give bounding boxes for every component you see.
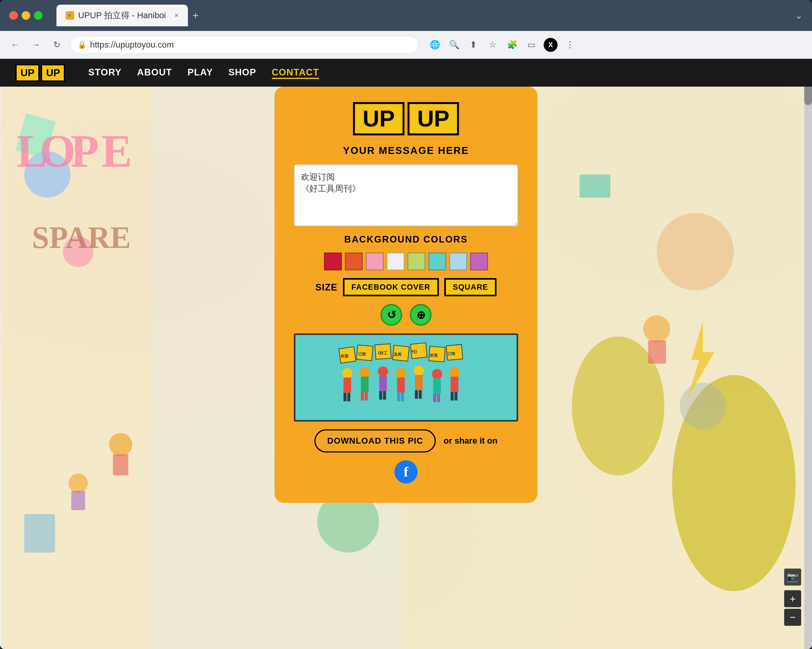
color-swatch-purple[interactable] — [470, 253, 488, 270]
svg-text:《好工: 《好工 — [376, 351, 387, 355]
color-swatches — [324, 253, 488, 270]
svg-text:SPARE: SPARE — [32, 220, 131, 254]
svg-point-49 — [378, 366, 388, 376]
color-swatch-light-blue[interactable] — [449, 253, 467, 270]
svg-rect-58 — [401, 393, 404, 401]
color-swatch-yellow-green[interactable] — [408, 253, 425, 270]
minimize-window-btn[interactable] — [22, 11, 30, 20]
add-icon-button[interactable]: ⊕ — [410, 304, 432, 326]
forward-button[interactable]: → — [29, 38, 43, 52]
camera-button[interactable]: 📷 — [784, 569, 801, 586]
svg-rect-26 — [113, 454, 128, 475]
translate-button[interactable]: 🌐 — [428, 38, 442, 52]
tab-close-button[interactable]: × — [174, 12, 179, 20]
svg-rect-28 — [71, 491, 85, 510]
refresh-icon-button[interactable]: ↺ — [380, 304, 402, 326]
svg-rect-56 — [397, 377, 405, 393]
preview-illustration: 欢迎 订阅 《好工 — [295, 335, 517, 420]
download-button[interactable]: DOWNLOAD THIS PIC — [314, 429, 436, 453]
x-account-button[interactable]: X — [544, 38, 558, 52]
svg-point-61 — [414, 365, 424, 376]
svg-rect-76 — [454, 392, 457, 400]
download-row: DOWNLOAD THIS PIC or share it on — [314, 429, 497, 453]
svg-rect-51 — [379, 391, 382, 400]
svg-text:欢迎: 欢迎 — [340, 354, 349, 358]
svg-rect-69 — [433, 394, 436, 402]
color-swatch-dark-red[interactable] — [324, 253, 342, 270]
title-bar: 🎭 UPUP 拍立得 - Haniboi × + ⌄ — [0, 0, 812, 31]
share-button[interactable]: ⬆ — [466, 38, 480, 52]
extensions-button[interactable]: 🧩 — [505, 38, 519, 52]
browser-window: 🎭 UPUP 拍立得 - Haniboi × + ⌄ ← → ↻ 🔒 https… — [0, 0, 812, 649]
svg-text:P: P — [70, 125, 99, 177]
bookmark-button[interactable]: ☆ — [486, 38, 500, 52]
nav-shop[interactable]: SHOP — [229, 67, 256, 79]
facebook-share-button[interactable]: f — [394, 460, 418, 483]
window-chevron[interactable]: ⌄ — [795, 10, 803, 21]
maximize-window-btn[interactable] — [34, 11, 43, 20]
reload-button[interactable]: ↻ — [49, 38, 64, 52]
nav-about[interactable]: ABOUT — [137, 67, 172, 79]
panel-logo: UP UP — [353, 102, 459, 135]
message-input[interactable]: 欢迎订阅 《好工具周刊》 — [294, 164, 518, 226]
tab-bar: 🎭 UPUP 拍立得 - Haniboi × + — [56, 5, 789, 26]
panel-logo-left: UP — [353, 102, 404, 135]
svg-rect-32 — [648, 340, 666, 364]
svg-text:订阅: 订阅 — [358, 352, 366, 356]
svg-rect-74 — [451, 377, 459, 392]
svg-rect-70 — [437, 394, 440, 402]
close-window-btn[interactable] — [9, 11, 18, 20]
color-swatch-teal[interactable] — [428, 253, 446, 270]
color-swatch-white[interactable] — [387, 253, 404, 270]
panel-subtitle: YOUR MESSAGE HERE — [343, 145, 469, 157]
svg-rect-62 — [415, 375, 423, 390]
svg-rect-75 — [451, 392, 454, 400]
back-button[interactable]: ← — [8, 38, 22, 52]
nav-contact[interactable]: CONTACT — [272, 67, 319, 79]
logo-box-right[interactable]: UP — [41, 64, 65, 82]
nav-story[interactable]: STORY — [88, 67, 121, 79]
svg-point-67 — [432, 369, 442, 379]
zoom-out-button[interactable]: − — [784, 609, 801, 626]
more-options-button[interactable]: ⋮ — [563, 38, 577, 52]
svg-rect-63 — [415, 390, 418, 399]
square-button[interactable]: SQUARE — [444, 278, 497, 296]
color-swatch-orange-red[interactable] — [345, 253, 363, 270]
svg-text:欢迎: 欢迎 — [430, 353, 438, 357]
site-logo[interactable]: UP UP — [15, 64, 65, 82]
svg-text:订阅: 订阅 — [447, 352, 455, 356]
size-row: SIZE FACEBOOK COVER SQUARE — [316, 278, 497, 296]
preview-image-area: 欢迎 订阅 《好工 — [295, 335, 517, 420]
website-content: L O P E SPARE — [0, 59, 812, 649]
nav-play[interactable]: PLAY — [188, 67, 213, 79]
svg-rect-44 — [361, 377, 368, 392]
svg-rect-50 — [379, 376, 387, 391]
sidebar-button[interactable]: ▭ — [524, 38, 538, 52]
svg-rect-64 — [419, 390, 422, 399]
preview-container: UP UP upuptoyou.com 欢迎 — [294, 333, 518, 422]
svg-point-31 — [643, 315, 670, 342]
svg-point-27 — [68, 473, 88, 493]
svg-point-73 — [449, 367, 459, 377]
svg-rect-39 — [343, 393, 346, 401]
search-button[interactable]: 🔍 — [447, 38, 461, 52]
bg-colors-label: BACKGROUND COLORS — [344, 234, 467, 245]
svg-point-55 — [396, 368, 406, 378]
color-swatch-pink[interactable] — [366, 253, 384, 270]
scrollbar[interactable] — [804, 59, 812, 649]
url-text: https://upuptoyou.com — [90, 40, 174, 50]
new-tab-button[interactable]: + — [193, 9, 199, 22]
tab-title: UPUP 拍立得 - Haniboi — [78, 10, 166, 21]
svg-rect-52 — [383, 391, 386, 400]
add-icon: ⊕ — [416, 309, 425, 321]
svg-point-16 — [657, 213, 734, 290]
active-tab[interactable]: 🎭 UPUP 拍立得 - Haniboi × — [56, 5, 188, 26]
svg-text:E: E — [101, 125, 132, 177]
size-label: SIZE — [316, 282, 338, 293]
zoom-in-button[interactable]: + — [784, 590, 801, 607]
logo-box-left[interactable]: UP — [15, 64, 39, 82]
facebook-cover-button[interactable]: FACEBOOK COVER — [343, 278, 439, 296]
address-bar-actions: 🌐 🔍 ⬆ ☆ 🧩 ▭ X ⋮ — [428, 38, 577, 52]
url-bar[interactable]: 🔒 https://upuptoyou.com — [70, 36, 418, 54]
lock-icon: 🔒 — [78, 41, 86, 49]
